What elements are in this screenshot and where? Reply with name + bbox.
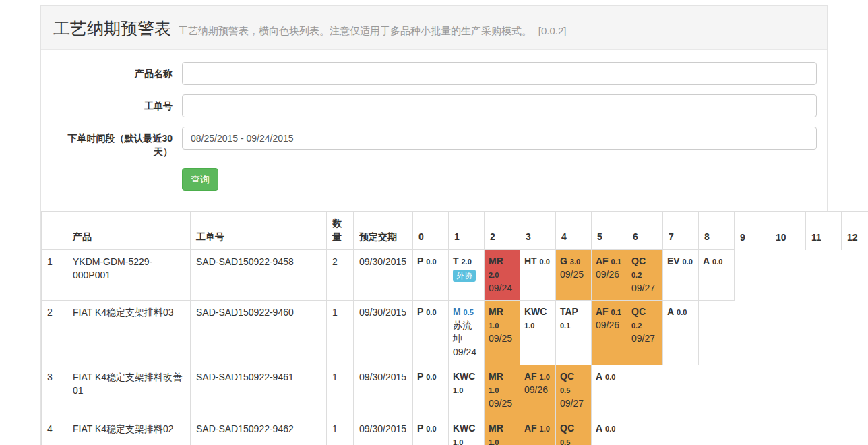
work-order-label: 工单号 (51, 94, 182, 113)
process-hours: 0.1 (611, 308, 621, 316)
column-header: 2 (485, 212, 520, 250)
due-date-cell: 09/30/2015 (354, 250, 413, 301)
process-code: P (417, 371, 423, 382)
process-step-label: P 0.0 (417, 423, 437, 434)
table-row: 3FIAT K4稳定支架排料改善01SAD-SAD150922-9461109/… (42, 365, 868, 417)
process-step-label: HT 0.0 (524, 256, 550, 266)
process-step-label: A 0.0 (703, 256, 722, 266)
process-code: MR (489, 371, 503, 382)
process-hours: 3.0 (570, 258, 580, 266)
date-range-input[interactable] (182, 127, 817, 150)
process-code: A (703, 256, 710, 266)
process-date: 09/27 (631, 332, 658, 346)
work-order-cell: SAD-SAD150922-9460 (191, 300, 327, 365)
process-step-label: G 3.0 (560, 256, 580, 266)
process-hours: 0.0 (426, 258, 436, 266)
process-date: 09/26 (596, 268, 623, 282)
main-panel: 工艺纳期预警表 工艺纳期预警表，横向色块列表。注意仅适用于多品种小批量的生产采购… (40, 5, 828, 445)
process-code: P (417, 256, 423, 266)
process-code: QC (631, 306, 646, 317)
product-cell: FIAT K4稳定支架排料03 (67, 300, 191, 365)
process-step-label: A 0.0 (667, 306, 687, 317)
due-date-cell: 09/30/2015 (354, 300, 413, 365)
warning-table-body: 1YKDM-GDM-5229-000P001SAD-SAD150922-9458… (42, 250, 868, 445)
process-step-label: EV 0.0 (667, 256, 693, 266)
process-code: AF (596, 306, 609, 317)
column-header: 数量 (327, 212, 354, 250)
process-step-cell: EV 0.0 (663, 250, 699, 301)
process-hours: 0.5 (560, 438, 570, 445)
row-index: 4 (42, 417, 67, 445)
column-header: 0 (413, 212, 449, 250)
process-hours: 0.1 (611, 258, 621, 266)
process-hours: 0.0 (605, 373, 615, 381)
process-date: 09/24 (453, 346, 480, 359)
process-code: P (417, 306, 423, 317)
process-step-cell: MR 1.0 (485, 417, 520, 445)
process-step-cell: A 0.0 (699, 250, 735, 301)
query-button[interactable]: 查询 (182, 168, 218, 191)
process-code: AF (524, 371, 537, 382)
work-order-cell: SAD-SAD150922-9458 (191, 250, 327, 301)
process-hours: 0.0 (426, 373, 436, 381)
column-header: 3 (520, 212, 556, 250)
process-step-cell: MR 1.009/25 (485, 300, 520, 365)
process-code: AF (524, 423, 537, 434)
work-order-input[interactable] (182, 94, 817, 117)
row-index: 3 (42, 365, 67, 417)
product-cell: FIAT K4稳定支架排料02 (67, 417, 191, 445)
qty-cell: 1 (327, 365, 354, 417)
column-header: 1 (449, 212, 485, 250)
process-code: MR (489, 423, 503, 434)
process-step-label: AF 1.0 (524, 371, 550, 382)
column-header: 4 (556, 212, 592, 250)
process-step-cell: QC 0.5 (556, 417, 592, 445)
table-row: 1YKDM-GDM-5229-000P001SAD-SAD150922-9458… (42, 250, 868, 301)
process-step-cell: KWC 1.0 (449, 417, 485, 445)
warning-table-wrap: 产品工单号数量预定交期0123456789101112 1YKDM-GDM-52… (41, 211, 827, 445)
process-step-label: QC 0.5 (560, 371, 574, 395)
process-step-label: MR 1.0 (489, 423, 503, 445)
process-step-cell: QC 0.209/27 (627, 300, 663, 365)
process-step-label: A 0.0 (596, 371, 615, 382)
column-header: 11 (806, 212, 842, 250)
process-hours: 0.5 (560, 386, 570, 394)
process-step-label: AF 0.1 (596, 306, 621, 317)
process-code: KWC (453, 423, 475, 434)
process-code: EV (667, 256, 680, 266)
process-hours: 2.0 (461, 258, 471, 266)
row-index: 2 (42, 300, 67, 365)
product-name-input[interactable] (182, 62, 817, 85)
process-hours: 1.0 (453, 438, 463, 445)
table-row: 2FIAT K4稳定支架排料03SAD-SAD150922-9460109/30… (42, 300, 868, 365)
page-version: [0.0.2] (538, 25, 567, 36)
form-row-work-order: 工单号 (51, 94, 817, 117)
process-hours: 0.0 (426, 425, 436, 433)
table-header-row: 产品工单号数量预定交期0123456789101112 (42, 212, 868, 250)
process-hours: 0.2 (631, 322, 642, 330)
form-row-date-range: 下单时间段（默认最近30天） (51, 127, 817, 158)
column-header (42, 212, 67, 250)
process-step-cell: KWC 1.0 (449, 365, 485, 417)
process-date: 09/27 (560, 397, 587, 411)
process-step-cell: AF 0.109/26 (592, 250, 627, 301)
process-hours: 1.0 (540, 373, 550, 381)
process-hours: 0.0 (426, 308, 436, 316)
column-header: 10 (770, 212, 806, 250)
process-code: AF (596, 256, 609, 266)
column-header: 12 (842, 212, 868, 250)
process-code: KWC (524, 306, 547, 317)
process-date: 09/24 (489, 282, 516, 295)
product-cell: YKDM-GDM-5229-000P001 (67, 250, 191, 301)
process-step-cell: QC 0.509/27 (556, 365, 592, 417)
process-step-label: MR 1.0 (489, 371, 503, 395)
process-code: QC (560, 423, 574, 434)
process-hours: 0.5 (464, 308, 474, 316)
process-step-cell: HT 0.0 (520, 250, 556, 301)
process-step-link[interactable]: M 0.5 (453, 306, 474, 317)
process-step-cell: T 2.0外协 (449, 250, 485, 301)
process-step-label: QC 0.5 (560, 423, 574, 445)
warning-table: 产品工单号数量预定交期0123456789101112 1YKDM-GDM-52… (41, 211, 868, 445)
column-header: 9 (735, 212, 770, 250)
process-date: 09/25 (489, 397, 516, 411)
